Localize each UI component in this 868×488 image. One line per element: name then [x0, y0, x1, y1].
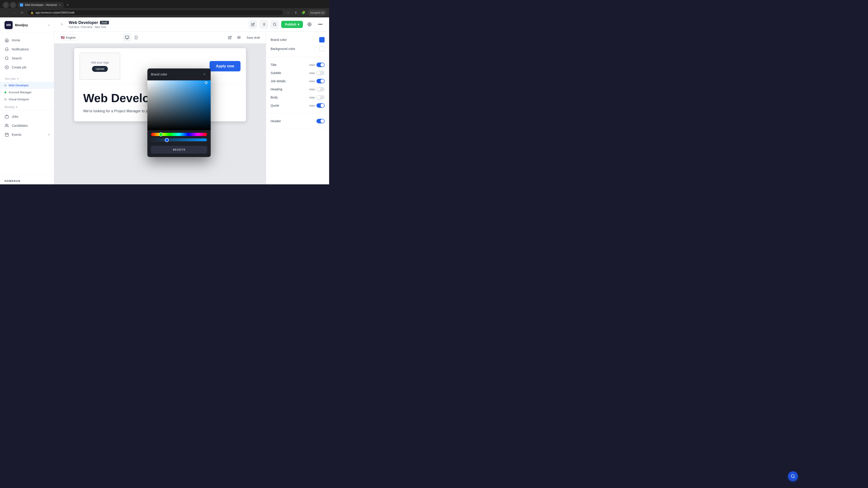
alpha-thumb[interactable] — [165, 138, 169, 142]
save-draft-button[interactable]: Save draft — [244, 35, 262, 41]
brand-color-swatch[interactable] — [319, 37, 324, 42]
alpha-slider[interactable] — [151, 138, 207, 141]
sidebar-nav: Home Notifications Search Create job — [0, 33, 54, 74]
refresh-button[interactable]: ↻ — [59, 21, 65, 28]
sidebar-item-jobs[interactable]: Jobs — [0, 112, 54, 121]
tab-nav-forward[interactable]: › — [10, 2, 16, 8]
sidebar-job-visual-designer-label: Visual Designer — [8, 98, 29, 101]
search-button[interactable] — [270, 20, 279, 29]
canvas-right-actions: Save draft — [226, 34, 262, 41]
close-color-picker-button[interactable]: × — [202, 72, 207, 77]
sidebar-item-events[interactable]: Events ▾ — [0, 130, 54, 139]
body-toggle[interactable] — [316, 95, 324, 100]
sidebar-footer: HOMERUN — [0, 176, 54, 184]
sidebar-item-search[interactable]: Search — [0, 54, 54, 63]
color-picker: Brand color × — [147, 68, 211, 157]
canvas-viewport[interactable]: Add your logo Upload Apply now Web Devel… — [54, 43, 266, 184]
desktop-view-button[interactable] — [123, 33, 131, 41]
apply-now-button[interactable]: Apply now — [210, 61, 241, 71]
color-picker-header: Brand color × — [147, 68, 211, 80]
url-bar[interactable]: 🔒 app.homerun.co/job/336501/edit — [27, 10, 283, 15]
sidebar-item-candidates-label: Candidates — [12, 124, 28, 127]
publish-dropdown-icon: ▾ — [298, 23, 299, 26]
company-nav: Jobs Candidates Events ▾ — [0, 110, 54, 141]
heading-font-row: Heading Inter — [271, 85, 324, 93]
sidebar-item-candidates[interactable]: Candidates — [0, 121, 54, 130]
more-button[interactable]: ••• — [316, 20, 324, 29]
title-toggle[interactable] — [316, 63, 324, 67]
header-row: Header — [271, 117, 324, 125]
bell-icon — [4, 47, 9, 52]
active-tab[interactable]: Web Developer - Homerun ✕ — [17, 2, 64, 8]
sidebar-item-home[interactable]: Home — [0, 36, 54, 45]
quote-font-value: Inter — [309, 103, 324, 108]
logo-upload-area[interactable]: Add your logo Upload — [80, 53, 120, 80]
preview-button[interactable] — [235, 34, 243, 41]
header-toggle[interactable] — [316, 119, 324, 123]
background-color-label: Background color — [271, 47, 295, 51]
sidebar-job-account-manager[interactable]: Account Manager — [0, 89, 54, 96]
brand-color-section: Brand color Background color — [266, 32, 329, 57]
edit-pencil-button[interactable] — [249, 20, 257, 29]
company-section-label: Moodjoy ▾ — [0, 103, 54, 110]
app-container: MM Moodjoy ▾ Home Notifications — [0, 18, 329, 184]
url-bar-actions: ☆ ⬇ 🧩 Incognito (2) — [285, 9, 327, 16]
subtitle-toggle[interactable] — [316, 71, 324, 75]
flag-icon: 🇺🇸 — [61, 36, 65, 39]
color-gradient-picker[interactable] — [147, 80, 211, 130]
background-color-swatch[interactable] — [319, 46, 324, 52]
sidebar-job-visual-designer[interactable]: Visual Designer — [0, 96, 54, 103]
svg-rect-5 — [5, 116, 8, 118]
tab-nav-back[interactable]: ‹ — [3, 2, 9, 8]
heading-toggle[interactable] — [316, 87, 324, 92]
settings-button[interactable] — [305, 20, 314, 29]
lock-icon: 🔒 — [31, 11, 34, 14]
quote-toggle[interactable] — [316, 103, 324, 108]
svg-rect-20 — [125, 36, 129, 38]
new-tab-button[interactable]: + — [65, 2, 71, 8]
svg-point-19 — [309, 24, 310, 25]
page-title: Web Developer — [69, 20, 98, 25]
hue-thumb[interactable] — [159, 132, 163, 136]
page-title-row: Web Developer Draft — [69, 20, 109, 25]
page-info: Web Developer Draft Full-time / Part-tim… — [69, 20, 109, 29]
quote-font-row: Quote Inter — [271, 101, 324, 109]
back-button[interactable]: ← — [3, 9, 9, 16]
forward-button[interactable]: → — [11, 9, 17, 16]
plus-icon — [4, 65, 9, 70]
language-selector[interactable]: 🇺🇸 English — [58, 34, 79, 41]
close-tab-button[interactable]: ✕ — [59, 4, 61, 6]
job-details-toggle[interactable] — [316, 79, 324, 84]
right-panel: Brand color Background color Title Inter — [266, 32, 329, 184]
list-button[interactable] — [259, 20, 268, 29]
extensions-button[interactable]: 🧩 — [301, 9, 307, 16]
mobile-view-button[interactable] — [132, 33, 140, 41]
language-label: English — [66, 36, 76, 39]
incognito-button[interactable]: Incognito (2) — [308, 9, 327, 16]
svg-rect-23 — [135, 36, 137, 39]
sidebar-item-create-job-label: Create job — [12, 66, 26, 69]
sidebar-item-notifications[interactable]: Notifications — [0, 45, 54, 54]
publish-button[interactable]: Publish ▾ — [281, 21, 303, 28]
sidebar-header[interactable]: MM Moodjoy ▾ — [0, 18, 54, 33]
svg-point-17 — [273, 23, 276, 26]
draft-badge: Draft — [100, 21, 109, 24]
heading-font-label: Heading — [271, 88, 282, 91]
color-picker-popover: Brand color × — [147, 68, 211, 157]
job-details-font: Inter — [309, 79, 315, 83]
gradient-cursor[interactable] — [205, 81, 208, 84]
subtitle-font-row: Subtitle Inter — [271, 69, 324, 77]
body-font-label: Body — [271, 96, 278, 99]
job-dot-web-developer — [4, 85, 6, 86]
upload-button[interactable]: Upload — [92, 66, 108, 72]
bookmark-button[interactable]: ☆ — [285, 9, 291, 16]
company-dropdown-arrow: ▾ — [49, 24, 50, 26]
hue-slider[interactable] — [151, 133, 207, 136]
canvas-edit-button[interactable] — [226, 34, 234, 41]
download-button[interactable]: ⬇ — [293, 9, 299, 16]
hex-input[interactable] — [151, 146, 207, 153]
sidebar-item-create-job[interactable]: Create job — [0, 63, 54, 72]
sidebar-job-web-developer[interactable]: Web Developer — [0, 82, 54, 89]
title-font-value: Inter — [309, 63, 324, 67]
reload-button[interactable]: ↻ — [19, 9, 25, 16]
